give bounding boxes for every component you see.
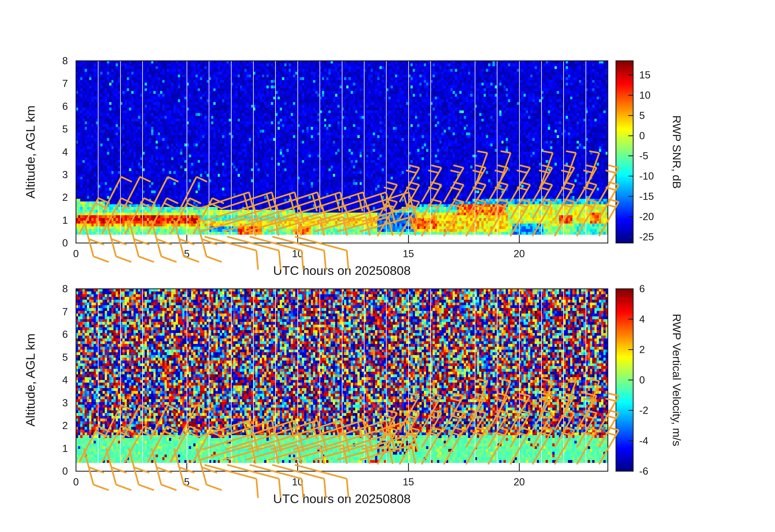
rwp-vertical-velocity-xtick-label: 20	[514, 477, 525, 487]
rwp-vertical-velocity-ytick-label: 2	[44, 421, 68, 431]
rwp-snr-ytick-label: 6	[44, 101, 68, 111]
rwp-vertical-velocity-colorbar-tick-label: 2	[639, 345, 645, 355]
snr-xaxis-label: UTC hours on 20250808	[273, 264, 411, 277]
snr-colorbar-label: RWP SNR, dB	[671, 115, 682, 188]
rwp-vertical-velocity-colorbar-tick-label: 4	[639, 314, 645, 324]
rwp-vertical-velocity-ytick-label: 8	[44, 284, 68, 294]
rwp-snr-ytick-label: 0	[44, 238, 68, 248]
rwp-vertical-velocity-colorbar-tick-label: -4	[639, 436, 648, 446]
rwp-figure: UTC hours on 20250808 Altitude, AGL km R…	[0, 0, 775, 532]
rwp-snr-ytick-label: 7	[44, 78, 68, 89]
rwp-vertical-velocity-ytick-label: 7	[44, 307, 68, 317]
rwp-vertical-velocity-xtick-label: 15	[403, 477, 414, 487]
rwp-snr-colorbar	[616, 61, 633, 243]
rwp-vertical-velocity-xtick-label: 10	[292, 477, 303, 487]
velocity-xaxis-label: UTC hours on 20250808	[273, 493, 411, 505]
rwp-snr-xtick-label: 5	[184, 249, 190, 259]
rwp-vertical-velocity-colorbar-tick-label: -6	[639, 466, 648, 476]
velocity-yaxis-label: Altitude, AGL km	[24, 334, 37, 426]
rwp-vertical-velocity-colorbar	[616, 289, 633, 471]
rwp-vertical-velocity-colorbar-tick-label: 0	[639, 375, 645, 385]
rwp-snr-colorbar-tick-label: -10	[639, 171, 654, 181]
rwp-vertical-velocity-ytick-label: 6	[44, 329, 68, 340]
rwp-snr-xtick-label: 20	[514, 249, 525, 259]
rwp-snr-xtick-label: 10	[292, 249, 303, 259]
rwp-vertical-velocity-xtick-label: 5	[184, 477, 190, 487]
rwp-snr-heatmap	[76, 61, 608, 243]
rwp-snr-ytick-label: 1	[44, 215, 68, 225]
rwp-snr-colorbar-tick-label: 15	[639, 70, 651, 80]
rwp-vertical-velocity-ytick-label: 0	[44, 466, 68, 476]
rwp-snr-colorbar-tick-label: 10	[639, 90, 651, 100]
rwp-snr-colorbar-tick-label: 0	[639, 131, 645, 141]
rwp-snr-ytick-label: 3	[44, 170, 68, 180]
rwp-snr-ytick-label: 2	[44, 192, 68, 202]
rwp-snr-ytick-label: 5	[44, 124, 68, 134]
rwp-snr-colorbar-tick-label: -5	[639, 151, 648, 161]
rwp-snr-colorbar-tick-label: -20	[639, 211, 654, 222]
rwp-snr-colorbar-tick-label: 5	[639, 110, 645, 121]
rwp-snr-xtick-label: 15	[403, 249, 414, 259]
rwp-vertical-velocity-ytick-label: 4	[44, 375, 68, 385]
rwp-snr-colorbar-tick-label: -25	[639, 232, 654, 242]
velocity-colorbar-label: RWP Vertical Velocity, m/s	[671, 314, 682, 446]
rwp-snr-colorbar-tick-label: -15	[639, 191, 654, 201]
rwp-snr-ytick-label: 4	[44, 147, 68, 157]
snr-yaxis-label: Altitude, AGL km	[24, 105, 37, 198]
rwp-vertical-velocity-xtick-label: 0	[73, 477, 79, 487]
rwp-vertical-velocity-colorbar-tick-label: -2	[639, 405, 648, 416]
rwp-vertical-velocity-ytick-label: 5	[44, 352, 68, 362]
rwp-snr-ytick-label: 8	[44, 56, 68, 66]
rwp-vertical-velocity-ytick-label: 1	[44, 443, 68, 454]
rwp-vertical-velocity-colorbar-tick-label: 6	[639, 284, 645, 294]
rwp-vertical-velocity-ytick-label: 3	[44, 398, 68, 408]
rwp-vertical-velocity-heatmap	[76, 289, 608, 471]
rwp-snr-xtick-label: 0	[73, 249, 79, 259]
